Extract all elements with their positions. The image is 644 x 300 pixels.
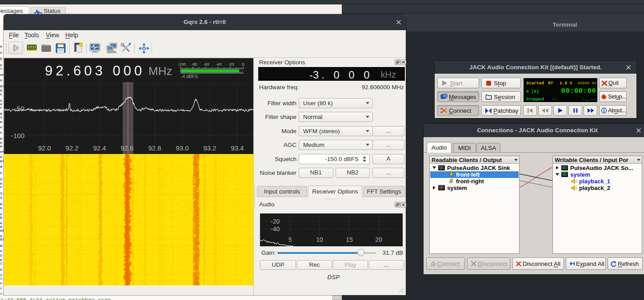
svg-text:-80: -80 xyxy=(191,62,197,67)
svg-text:-40: -40 xyxy=(216,62,222,67)
svg-text:-50: -50 xyxy=(15,105,24,112)
svg-text:15: 15 xyxy=(346,236,353,243)
svg-text:92.8: 92.8 xyxy=(148,144,161,152)
svg-text:92.4: 92.4 xyxy=(93,144,106,152)
svg-text:-40: -40 xyxy=(271,225,280,233)
svg-text:-4 dBFS: -4 dBFS xyxy=(181,74,198,79)
svg-text:92.603 000: 92.603 000 xyxy=(45,63,145,79)
svg-text:-100: -100 xyxy=(177,62,186,67)
svg-text:5: 5 xyxy=(288,236,292,243)
svg-text:MHz: MHz xyxy=(148,64,172,78)
svg-text:-20: -20 xyxy=(271,218,280,225)
svg-text:-60: -60 xyxy=(203,62,209,67)
svg-text:0: 0 xyxy=(242,62,244,67)
svg-text:92.0: 92.0 xyxy=(38,144,51,152)
svg-text:93.0: 93.0 xyxy=(176,144,188,152)
svg-text:93.4: 93.4 xyxy=(231,144,244,152)
svg-text:10: 10 xyxy=(316,236,323,243)
svg-text:-100: -100 xyxy=(11,132,24,139)
svg-text:20: 20 xyxy=(375,236,382,243)
svg-text:93.2: 93.2 xyxy=(203,144,216,152)
svg-text:92.2: 92.2 xyxy=(65,144,78,152)
svg-text:-20: -20 xyxy=(228,62,234,67)
svg-text:92.6: 92.6 xyxy=(120,144,133,152)
